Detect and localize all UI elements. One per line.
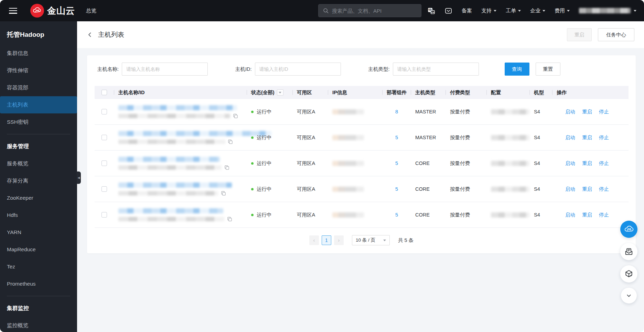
copy-icon[interactable] bbox=[233, 113, 238, 119]
restart-button-disabled[interactable]: 重启 bbox=[567, 28, 592, 41]
redacted-host-name-link[interactable] bbox=[118, 105, 237, 110]
sidebar-item-zookeeper[interactable]: ZooKeeper bbox=[0, 189, 77, 207]
copy-icon[interactable] bbox=[221, 191, 226, 196]
host-name-input[interactable] bbox=[122, 63, 208, 76]
query-button[interactable]: 查询 bbox=[505, 63, 529, 76]
sidebar-item-storage-compute-separation[interactable]: 存算分离 bbox=[0, 172, 77, 189]
sidebar-item-cluster-info[interactable]: 集群信息 bbox=[0, 45, 77, 62]
restart-action-link[interactable]: 重启 bbox=[582, 109, 592, 115]
pay-type-text: 按量付费 bbox=[446, 160, 486, 167]
host-type-text: MASTER bbox=[411, 135, 446, 140]
host-type-input[interactable] bbox=[393, 63, 479, 76]
zone-text: 可用区A bbox=[292, 186, 328, 192]
next-page-button[interactable]: › bbox=[334, 235, 344, 245]
select-all-checkbox[interactable] bbox=[101, 90, 107, 95]
reset-button[interactable]: 重置 bbox=[536, 63, 560, 76]
back-button[interactable] bbox=[87, 32, 93, 38]
product-news-button[interactable] bbox=[620, 265, 637, 283]
sidebar-item-ssh-key[interactable]: SSH密钥 bbox=[0, 113, 77, 131]
sidebar-item-host-list[interactable]: 主机列表 bbox=[0, 96, 77, 113]
menu-item-billing[interactable]: 费用 bbox=[555, 8, 570, 14]
sidebar-item-tez[interactable]: Tez bbox=[0, 258, 77, 275]
start-action-link[interactable]: 启动 bbox=[565, 212, 575, 218]
restart-action-link[interactable]: 重启 bbox=[582, 212, 592, 218]
stop-action-link[interactable]: 停止 bbox=[599, 109, 609, 115]
redacted-config bbox=[491, 212, 529, 218]
redacted-ip bbox=[332, 109, 364, 114]
host-type-text: CORE bbox=[411, 161, 446, 166]
row-checkbox[interactable] bbox=[101, 135, 107, 140]
start-action-link[interactable]: 启动 bbox=[565, 134, 575, 141]
restart-action-link[interactable]: 重启 bbox=[582, 160, 592, 167]
task-center-button[interactable]: 任务中心 bbox=[598, 28, 634, 41]
search-input[interactable] bbox=[332, 8, 417, 14]
brand-name: 金山云 bbox=[47, 5, 75, 17]
row-checkbox[interactable] bbox=[101, 109, 107, 114]
row-checkbox[interactable] bbox=[101, 161, 107, 166]
redacted-ip bbox=[332, 135, 364, 140]
start-action-link[interactable]: 启动 bbox=[565, 160, 575, 167]
row-checkbox[interactable] bbox=[101, 212, 107, 218]
floating-toolbar bbox=[620, 221, 637, 303]
hamburger-menu-icon[interactable] bbox=[9, 8, 17, 14]
language-switch-icon[interactable]: 中 EN bbox=[427, 7, 435, 15]
restart-action-link[interactable]: 重启 bbox=[582, 134, 592, 141]
stop-action-link[interactable]: 停止 bbox=[599, 212, 609, 218]
components-count-link[interactable]: 5 bbox=[387, 161, 407, 166]
menu-item-support[interactable]: 支持 bbox=[481, 8, 496, 14]
chevron-left-icon bbox=[87, 32, 93, 38]
page-size-select[interactable]: 10 条 / 页 bbox=[352, 235, 390, 245]
start-action-link[interactable]: 启动 bbox=[565, 109, 575, 115]
copy-icon[interactable] bbox=[224, 165, 229, 170]
components-count-link[interactable]: 5 bbox=[387, 135, 407, 140]
sidebar-item-service-overview[interactable]: 服务概览 bbox=[0, 155, 77, 172]
status-dot-running bbox=[251, 188, 254, 190]
copy-icon[interactable] bbox=[227, 217, 232, 222]
menu-item-tickets[interactable]: 工单 bbox=[506, 8, 521, 14]
stop-action-link[interactable]: 停止 bbox=[599, 134, 609, 141]
account-name-redacted bbox=[579, 8, 631, 13]
prev-page-button[interactable]: ‹ bbox=[309, 235, 319, 245]
sidebar-item-prometheus[interactable]: Prometheus bbox=[0, 275, 77, 292]
sidebar-item-container-colocation[interactable]: 容器混部 bbox=[0, 79, 77, 96]
components-count-link[interactable]: 8 bbox=[387, 109, 407, 114]
account-menu[interactable] bbox=[579, 8, 636, 13]
sidebar-item-hdfs[interactable]: Hdfs bbox=[0, 207, 77, 224]
chevron-down-icon bbox=[567, 10, 570, 12]
menu-item-beian[interactable]: 备案 bbox=[462, 8, 472, 14]
sidebar-item-auto-scaling[interactable]: 弹性伸缩 bbox=[0, 62, 77, 79]
feedback-mail-button[interactable] bbox=[620, 243, 637, 260]
nav-overview[interactable]: 总览 bbox=[86, 8, 96, 14]
global-search[interactable] bbox=[318, 4, 421, 17]
copy-icon[interactable] bbox=[228, 139, 233, 144]
sidebar-item-monitor-overview[interactable]: 监控概览 bbox=[0, 317, 77, 332]
redacted-host-name-link[interactable] bbox=[118, 208, 223, 213]
table-header-row: 主机名称/ID 状态(全部) 可用区 IP信息 部署组件 主机类型 付费类型 配… bbox=[95, 86, 629, 99]
current-page-button[interactable]: 1 bbox=[322, 235, 331, 245]
components-count-link[interactable]: 5 bbox=[387, 186, 407, 192]
message-center-icon[interactable] bbox=[444, 7, 452, 15]
status-filter-button[interactable] bbox=[277, 89, 283, 96]
sidebar-collapse-handle[interactable]: ◀ bbox=[77, 171, 81, 184]
col-header-zone: 可用区 bbox=[292, 89, 328, 96]
collapse-toolbar-button[interactable] bbox=[621, 288, 637, 303]
filter-bar: 主机名称: 主机ID: 主机类型: 查询 重置 bbox=[87, 55, 636, 76]
stop-action-link[interactable]: 停止 bbox=[599, 186, 609, 192]
brand-logo[interactable]: 金山云 bbox=[30, 4, 75, 18]
menu-item-enterprise[interactable]: 企业 bbox=[530, 8, 545, 14]
machine-type-text: S4 bbox=[529, 186, 552, 192]
sidebar-item-mapreduce[interactable]: MapReduce bbox=[0, 241, 77, 258]
restart-action-link[interactable]: 重启 bbox=[582, 186, 592, 192]
sidebar-item-yarn[interactable]: YARN bbox=[0, 224, 77, 241]
host-id-input[interactable] bbox=[255, 63, 341, 76]
pay-type-text: 按量付费 bbox=[446, 212, 486, 218]
row-checkbox[interactable] bbox=[101, 186, 107, 192]
customer-service-cloud-icon bbox=[624, 224, 634, 234]
start-action-link[interactable]: 启动 bbox=[565, 186, 575, 192]
redacted-host-id bbox=[118, 140, 225, 144]
stop-action-link[interactable]: 停止 bbox=[599, 160, 609, 167]
components-count-link[interactable]: 5 bbox=[387, 212, 407, 218]
redacted-host-name-link[interactable] bbox=[118, 157, 220, 162]
redacted-host-name-link[interactable] bbox=[118, 182, 232, 188]
customer-service-button[interactable] bbox=[620, 221, 637, 238]
